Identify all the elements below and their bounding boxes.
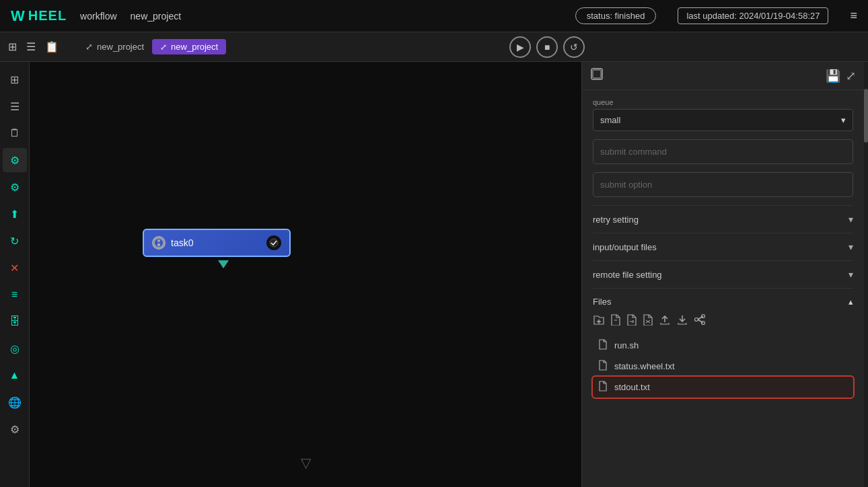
panel-expand-icon[interactable]: ⤢	[846, 69, 856, 83]
canvas-inner: task0 ▽	[30, 62, 581, 487]
svg-rect-5	[593, 70, 601, 78]
sidebar-item-dashboard[interactable]: ⊞	[3, 67, 27, 91]
stop-button[interactable]: ■	[536, 36, 558, 58]
svg-point-14	[695, 318, 698, 322]
task-connector-down	[218, 260, 229, 268]
file-tool-new-file[interactable]	[610, 313, 621, 328]
queue-value: small	[600, 115, 620, 125]
file-tool-share[interactable]	[694, 313, 706, 328]
scrollbar-thumb[interactable]	[864, 89, 868, 143]
logo-text: HEEL	[28, 8, 67, 24]
queue-field-group: queue small ▾	[593, 98, 853, 131]
remote-file-section: remote file setting ▾	[593, 260, 853, 288]
sidebar-item-sync[interactable]: ↻	[3, 229, 27, 253]
file-tool-upload[interactable]	[659, 313, 671, 328]
logo: W HEEL	[11, 7, 67, 25]
retry-setting-label: retry setting	[593, 215, 639, 225]
files-label: Files	[593, 297, 611, 307]
sidebar-item-settings2[interactable]: ⚙	[3, 417, 27, 441]
files-arrow: ▴	[848, 297, 853, 307]
queue-label: queue	[593, 98, 853, 106]
file-icon-run-sh	[598, 339, 608, 352]
refresh-button[interactable]: ↺	[563, 36, 585, 58]
export-icon[interactable]: 📋	[45, 40, 59, 53]
file-item-run-sh[interactable]: run.sh	[593, 335, 853, 356]
left-toolbar-icons: ⊞ ☰ 📋	[8, 40, 59, 53]
right-panel-toolbar: 💾 ⤢	[582, 62, 864, 90]
queue-dropdown-arrow: ▾	[841, 115, 846, 125]
retry-setting-header[interactable]: retry setting ▾	[593, 214, 853, 225]
sidebar-item-close[interactable]: ✕	[3, 256, 27, 280]
active-tab[interactable]: ⤢ new_project	[152, 39, 226, 54]
sidebar-item-settings[interactable]: ⚙	[3, 148, 27, 172]
nav-workflow[interactable]: workflow	[80, 11, 116, 22]
nav-items: workflow new_project	[80, 11, 181, 22]
hamburger-menu-icon[interactable]: ≡	[850, 9, 857, 23]
remote-file-label: remote file setting	[593, 270, 662, 280]
parent-tab-label: new_project	[97, 42, 144, 52]
task-check-icon	[266, 235, 281, 250]
panel-save-icon[interactable]: 💾	[826, 69, 840, 83]
grid-view-icon[interactable]: ⊞	[8, 40, 17, 53]
queue-select[interactable]: small ▾	[593, 109, 853, 131]
sidebar-item-globe[interactable]: 🌐	[3, 390, 27, 414]
status-badge: status: finished	[575, 7, 657, 24]
files-toolbar	[593, 313, 853, 328]
sidebar-item-location[interactable]: ◎	[3, 336, 27, 361]
file-tool-delete[interactable]	[643, 313, 653, 328]
submit-option-field-group	[593, 172, 853, 197]
second-toolbar: ⊞ ☰ 📋 ⤢ new_project ⤢ new_project ▶ ■ ↺	[0, 32, 868, 62]
file-name-run-sh: run.sh	[614, 340, 639, 350]
logo-w-icon: W	[11, 7, 26, 25]
input-output-header[interactable]: input/output files ▾	[593, 241, 853, 252]
left-sidebar: ⊞ ☰ 🗒 ⚙ ⚙ ⬆ ↻ ✕ ≡ 🗄 ◎ ▲ 🌐 ⚙	[0, 62, 30, 487]
retry-setting-arrow: ▾	[848, 214, 853, 225]
active-tab-label: new_project	[171, 42, 218, 52]
svg-point-1	[157, 239, 160, 242]
list-view-icon[interactable]: ☰	[26, 40, 36, 53]
sidebar-item-database[interactable]: 🗄	[3, 309, 27, 334]
panel-image-icon[interactable]	[590, 67, 604, 84]
submit-command-input[interactable]	[593, 139, 853, 164]
svg-rect-2	[157, 244, 160, 246]
nav-project[interactable]: new_project	[131, 11, 182, 22]
svg-point-3	[270, 239, 278, 247]
file-item-status-wheel[interactable]: status.wheel.txt	[593, 356, 853, 377]
file-name-stdout-txt: stdout.txt	[614, 382, 650, 392]
last-updated: last updated: 2024/01/19-04:58:27	[678, 7, 828, 24]
task-label: task0	[171, 237, 261, 248]
play-button[interactable]: ▶	[509, 36, 531, 58]
submit-command-field-group	[593, 139, 853, 164]
task-node-icon	[152, 236, 166, 250]
file-tool-new-folder[interactable]	[593, 313, 605, 328]
sidebar-item-gear2[interactable]: ⚙	[3, 175, 27, 199]
sidebar-item-mountain[interactable]: ▲	[3, 363, 27, 387]
retry-setting-section: retry setting ▾	[593, 205, 853, 233]
file-tool-rename[interactable]	[626, 313, 637, 328]
right-panel-content: queue small ▾ retry setting ▾	[582, 90, 864, 487]
input-output-section: input/output files ▾	[593, 233, 853, 260]
tab-bar: ⤢ new_project ⤢ new_project	[75, 39, 226, 54]
parent-tab[interactable]: ⤢ new_project	[80, 39, 149, 54]
top-header: W HEEL workflow new_project status: fini…	[0, 0, 868, 32]
sidebar-item-layers[interactable]: ≡	[3, 283, 27, 307]
file-icon-stdout-txt	[598, 381, 608, 394]
file-tool-download[interactable]	[676, 313, 688, 328]
sidebar-item-document[interactable]: 🗒	[3, 121, 27, 145]
main-content: ⊞ ☰ 🗒 ⚙ ⚙ ⬆ ↻ ✕ ≡ 🗄 ◎ ▲ 🌐 ⚙ t	[0, 62, 868, 487]
remote-file-arrow: ▾	[848, 269, 853, 280]
input-output-arrow: ▾	[848, 241, 853, 252]
remote-file-header[interactable]: remote file setting ▾	[593, 269, 853, 280]
task-node[interactable]: task0	[143, 229, 291, 257]
input-output-label: input/output files	[593, 242, 657, 252]
files-header[interactable]: Files ▴	[593, 297, 853, 307]
right-panel: 💾 ⤢ queue small ▾	[581, 62, 864, 487]
sidebar-item-upload[interactable]: ⬆	[3, 202, 27, 226]
canvas-area: task0 ▽	[30, 62, 581, 487]
sidebar-item-list[interactable]: ☰	[3, 94, 27, 118]
file-item-stdout-txt[interactable]: stdout.txt	[593, 377, 853, 398]
submit-option-input[interactable]	[593, 172, 853, 197]
scrollbar-track[interactable]	[864, 62, 868, 487]
files-section: Files ▴	[593, 288, 853, 406]
canvas-bottom-arrow: ▽	[301, 455, 311, 471]
